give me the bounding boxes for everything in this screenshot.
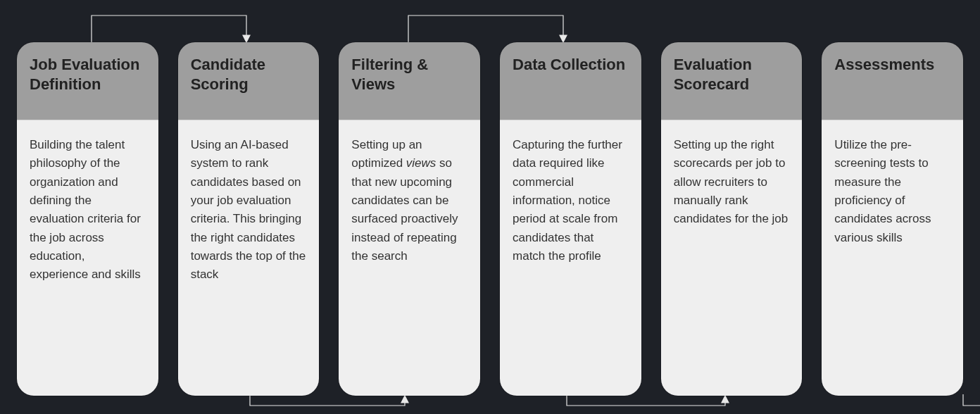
card-title: Filtering & Views [351,55,467,94]
card-job-evaluation-definition: Job Evaluation Definition Building the t… [17,42,158,396]
card-body: Utilize the pre-screening tests to measu… [822,120,963,396]
card-title: Job Evaluation Definition [30,55,146,94]
card-title: Data Collection [513,55,625,75]
card-header: Candidate Scoring [178,42,320,120]
card-header: Evaluation Scorecard [661,42,803,120]
diagram-stage: Job Evaluation Definition Building the t… [0,0,980,414]
card-header: Assessments [822,42,963,120]
card-title: Candidate Scoring [191,55,307,94]
cards-row: Job Evaluation Definition Building the t… [17,42,963,396]
card-evaluation-scorecard: Evaluation Scorecard Setting up the righ… [661,42,803,396]
card-header: Filtering & Views [339,42,480,120]
card-body: Setting up an optimized views so that ne… [339,120,480,396]
card-data-collection: Data Collection Capturing the further da… [500,42,641,396]
card-body: Building the talent philosophy of the or… [17,120,158,396]
card-body: Capturing the further data required like… [500,120,641,396]
card-filtering-views: Filtering & Views Setting up an optimize… [339,42,480,396]
card-assessments: Assessments Utilize the pre-screening te… [822,42,963,396]
card-title: Assessments [834,55,934,75]
card-body: Using an AI-based system to rank candida… [178,120,320,396]
card-header: Job Evaluation Definition [17,42,158,120]
card-body: Setting up the right scorecards per job … [661,120,803,396]
card-candidate-scoring: Candidate Scoring Using an AI-based syst… [178,42,320,396]
card-header: Data Collection [500,42,641,120]
card-title: Evaluation Scorecard [674,55,790,94]
